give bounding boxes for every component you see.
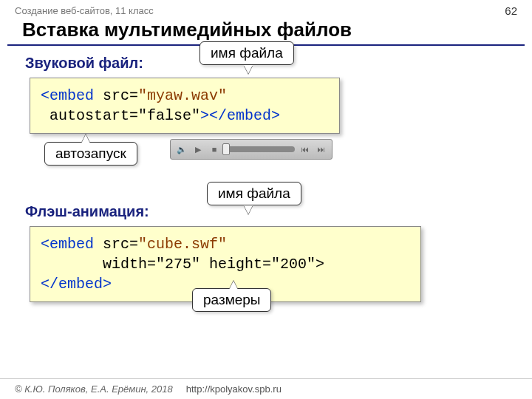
callout-tail-icon <box>81 134 90 143</box>
rewind-icon: ⏮ <box>298 143 311 156</box>
callout-tail-icon <box>244 205 253 214</box>
audio-code-block: <embed src="myaw.wav" autostart="false">… <box>30 78 340 134</box>
callout-autostart: автозапуск <box>44 142 137 166</box>
callout-flash-filename: имя файла <box>207 182 301 205</box>
callout-audio-filename: имя файла <box>200 41 294 65</box>
audio-player: 🔈 ▶ ■ ⏮ ⏭ <box>170 139 332 160</box>
footer-url: http://kpolyakov.spb.ru <box>186 383 282 395</box>
page-number: 62 <box>505 4 517 17</box>
slide-header: Создание веб-сайтов, 11 класс 62 <box>0 0 532 17</box>
flash-section-label: Флэш-анимация: <box>25 203 510 220</box>
footer-copyright: © К.Ю. Поляков, Е.А. Ерёмин, 2018 <box>15 383 173 395</box>
play-icon: ▶ <box>191 143 205 156</box>
player-track <box>224 146 295 152</box>
content-area: Звуковой файл: <embed src="myaw.wav" aut… <box>0 46 532 302</box>
callout-tail-icon <box>244 65 253 74</box>
callout-size: размеры <box>192 288 271 312</box>
volume-icon: 🔈 <box>175 143 188 156</box>
player-knob <box>222 143 230 155</box>
header-left: Создание веб-сайтов, 11 класс <box>15 5 154 16</box>
forward-icon: ⏭ <box>314 143 327 156</box>
slide-footer: © К.Ю. Поляков, Е.А. Ерёмин, 2018 http:/… <box>0 378 532 399</box>
stop-icon: ■ <box>208 143 221 156</box>
callout-tail-icon <box>229 281 238 290</box>
